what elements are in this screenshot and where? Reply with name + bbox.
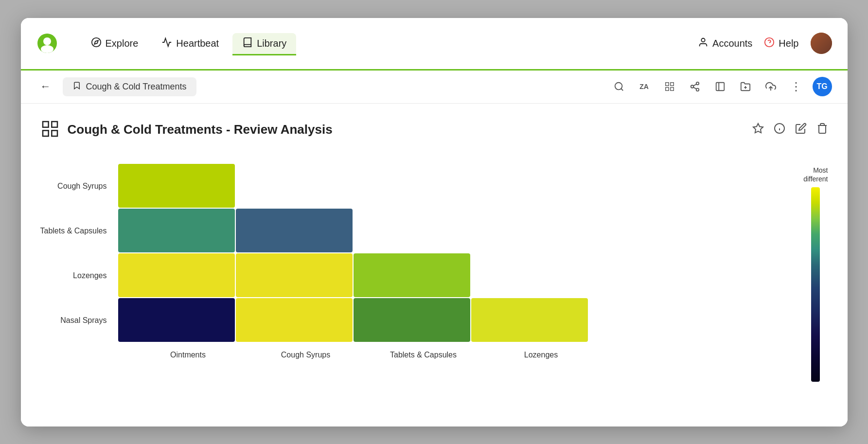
chart-row-1 <box>118 209 780 252</box>
page-title: Cough & Cold Treatments - Review Analysi… <box>68 122 752 137</box>
folder-add-button[interactable] <box>737 78 754 95</box>
svg-marker-28 <box>753 124 763 133</box>
nav-explore[interactable]: Explore <box>81 33 148 54</box>
nav-help[interactable]: Help <box>764 37 798 50</box>
svg-point-15 <box>691 85 693 88</box>
svg-rect-24 <box>43 122 49 127</box>
chart-cell-2-0[interactable] <box>118 253 235 297</box>
svg-rect-25 <box>52 122 57 127</box>
nav-help-label: Help <box>779 38 798 49</box>
heartbeat-icon <box>161 37 172 50</box>
chart-cell-3-2[interactable] <box>354 298 470 342</box>
nav-library-label: Library <box>257 38 286 49</box>
nav-accounts-label: Accounts <box>712 38 752 49</box>
svg-rect-12 <box>665 88 668 90</box>
explore-icon <box>91 37 102 50</box>
svg-rect-27 <box>52 130 57 136</box>
svg-point-1 <box>43 37 51 45</box>
svg-point-8 <box>615 83 622 90</box>
nav-items: Explore Heartbeat Library <box>81 33 698 54</box>
y-label-1: Tablets & Capsules <box>40 209 107 253</box>
chart-area: Cough Syrups Tablets & Capsules Lozenges… <box>40 164 780 382</box>
breadcrumb-label: Cough & Cold Treatments <box>86 82 187 92</box>
nav-heartbeat[interactable]: Heartbeat <box>152 33 229 54</box>
chart-grid <box>118 164 780 343</box>
svg-rect-26 <box>43 130 49 136</box>
x-axis: Ointments Cough Syrups Tablets & Capsule… <box>40 351 780 359</box>
search-button[interactable] <box>610 78 628 95</box>
nav-explore-label: Explore <box>106 38 139 49</box>
nav-accounts[interactable]: Accounts <box>698 37 752 50</box>
chart-cell-0-0[interactable] <box>118 164 235 208</box>
page-header: Cough & Cold Treatments - Review Analysi… <box>40 119 828 141</box>
star-button[interactable] <box>752 123 764 137</box>
user-badge[interactable]: TG <box>813 77 832 96</box>
svg-rect-13 <box>670 88 673 90</box>
chart-row-2 <box>118 253 780 297</box>
nav-library[interactable]: Library <box>232 33 296 55</box>
legend: Mostdifferent <box>792 164 828 382</box>
info-button[interactable] <box>774 123 785 137</box>
bookmark-icon <box>72 81 81 92</box>
share-button[interactable] <box>686 78 704 95</box>
y-axis: Cough Syrups Tablets & Capsules Lozenges… <box>40 164 119 343</box>
app-logo[interactable] <box>36 33 58 54</box>
svg-point-14 <box>696 82 699 85</box>
y-label-2: Lozenges <box>40 253 107 298</box>
svg-point-16 <box>696 89 699 91</box>
legend-gradient-bar <box>811 187 820 382</box>
toolbar-actions: ZA <box>610 77 832 96</box>
document-button[interactable] <box>711 78 729 95</box>
svg-point-2 <box>41 45 53 53</box>
x-label-0: Ointments <box>130 351 247 359</box>
svg-rect-10 <box>665 83 668 86</box>
svg-marker-4 <box>94 40 98 44</box>
chart-cell-2-2[interactable] <box>354 253 470 297</box>
chart-cell-1-1[interactable] <box>236 209 353 252</box>
x-label-3: Lozenges <box>483 351 600 359</box>
more-button[interactable]: ⋮ <box>787 78 805 95</box>
x-label-1: Cough Syrups <box>248 351 364 359</box>
page-header-actions <box>752 123 828 137</box>
svg-line-18 <box>693 84 696 86</box>
nav-right: Accounts Help <box>698 33 832 54</box>
svg-line-9 <box>621 89 623 90</box>
back-button[interactable]: ← <box>36 76 55 97</box>
library-icon <box>242 37 253 50</box>
legend-label: Mostdifferent <box>803 166 828 183</box>
chart-cell-3-0[interactable] <box>118 298 235 342</box>
svg-line-17 <box>693 87 696 89</box>
y-label-3: Nasal Sprays <box>40 298 107 343</box>
delete-button[interactable] <box>816 123 828 137</box>
chart-icon <box>40 119 60 141</box>
sort-button[interactable]: ZA <box>636 78 653 95</box>
main-content: Cough & Cold Treatments - Review Analysi… <box>21 104 848 426</box>
chart-cell-2-1[interactable] <box>236 253 353 297</box>
help-icon <box>764 37 775 50</box>
svg-rect-11 <box>670 83 673 86</box>
chart-body: Cough Syrups Tablets & Capsules Lozenges… <box>40 164 780 343</box>
toolbar: ← Cough & Cold Treatments ZA <box>21 71 848 104</box>
user-badge-label: TG <box>816 82 827 91</box>
nav-heartbeat-label: Heartbeat <box>176 38 219 49</box>
chart-cell-1-0[interactable] <box>118 209 235 252</box>
breadcrumb[interactable]: Cough & Cold Treatments <box>63 77 196 96</box>
app-window: Explore Heartbeat Library <box>21 18 848 426</box>
edit-button[interactable] <box>795 123 807 137</box>
svg-point-3 <box>91 37 100 46</box>
top-nav: Explore Heartbeat Library <box>21 18 848 71</box>
grid-button[interactable] <box>661 78 678 95</box>
chart-row-3 <box>118 298 780 342</box>
chart-cell-3-1[interactable] <box>236 298 353 342</box>
accounts-icon <box>698 37 709 50</box>
svg-point-5 <box>701 38 705 41</box>
cloud-upload-button[interactable] <box>762 78 779 95</box>
chart-row-0 <box>118 164 780 208</box>
y-label-0: Cough Syrups <box>40 164 107 209</box>
x-label-2: Tablets & Capsules <box>365 351 482 359</box>
chart-cell-3-3[interactable] <box>471 298 588 342</box>
svg-rect-19 <box>716 83 724 91</box>
avatar[interactable] <box>811 33 832 54</box>
chart-container: Cough Syrups Tablets & Capsules Lozenges… <box>40 156 828 390</box>
